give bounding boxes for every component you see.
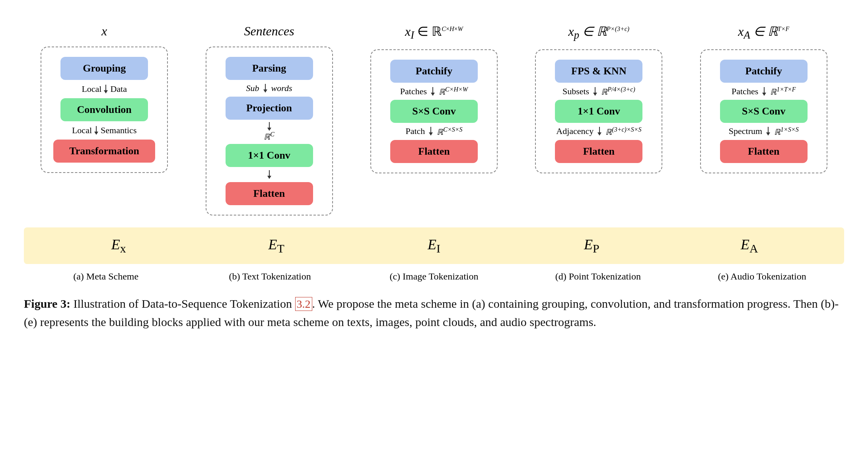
label-patch-image: Patch [405,126,425,136]
box-transformation: Transformation [53,140,155,163]
col-title-meta: x [101,24,107,39]
dashed-box-audio: Patchify Patches ℝ1×T×F S×S Conv Spectru… [700,49,827,173]
box-patchify-audio: Patchify [720,60,808,83]
dashed-box-point: FPS & KNN Subsets ℝP/4×(3+c) 1×1 Conv Ad… [535,49,662,173]
box-flatten-audio: Flatten [720,140,808,163]
banner-ep: EP [528,236,655,255]
ref-link[interactable]: 3.2 [295,297,312,311]
dashed-box-meta: Grouping Local Data Convolution Local [41,47,168,173]
dashed-box-image: Patchify Patches ℝC×H×W S×S Conv Patch [370,49,498,173]
yellow-banner: Ex ET EI EP EA [24,227,844,264]
column-meta: x Grouping Local Data Convolution [33,24,176,173]
label-patches-audio: Patches [732,86,758,97]
banner-et: ET [213,236,340,255]
label-words: words [271,83,292,93]
col-title-point: xp ∈ ℝP×(3+c) [568,24,630,41]
box-grouping: Grouping [60,57,148,80]
caption-audio: (e) Audio Tokenization [706,271,818,282]
figure-description: Figure 3: Illustration of Data-to-Sequen… [24,295,843,332]
dashed-box-text: Parsing Sub words Projection ℝC [206,47,333,215]
box-1x1conv-text: 1×1 Conv [226,144,313,167]
label-semantics: Semantics [101,125,136,136]
math-1ss: ℝ1×S×S [774,126,799,137]
box-projection: Projection [226,97,313,120]
label-local1: Local [82,84,101,94]
box-sxsconv-image: S×S Conv [390,100,478,123]
box-convolution: Convolution [60,98,148,121]
box-sxsconv-audio: S×S Conv [720,100,808,123]
caption-meta: (a) Meta Scheme [50,271,162,282]
math-adj: ℝ(3+c)×S×S [605,126,641,137]
math-p4: ℝP/4×(3+c) [601,86,635,97]
math-1tf: ℝ1×T×F [770,86,796,97]
caption-point: (d) Point Tokenization [542,271,654,282]
box-flatten-text: Flatten [226,182,313,205]
math-rc: ℝC [264,131,274,142]
label-adjacency: Adjacency [556,126,594,136]
box-patchify-image: Patchify [390,60,478,83]
column-point: xp ∈ ℝP×(3+c) FPS & KNN Subsets ℝP/4×(3+… [527,24,670,173]
box-1x1conv-point: 1×1 Conv [555,100,642,123]
box-flatten-image: Flatten [390,140,478,163]
label-data: Data [110,84,127,94]
column-audio: xA ∈ ℝT×F Patchify Patches ℝ1×T×F S×S Co… [692,24,835,173]
box-fps-knn: FPS & KNN [555,60,642,83]
banner-ea: EA [686,236,813,255]
column-image: xI ∈ ℝC×H×W Patchify Patches ℝC×H×W S×S … [362,24,506,173]
columns-row: x Grouping Local Data Convolution [24,16,844,223]
col-title-text: Sentences [244,24,294,39]
col-title-audio: xA ∈ ℝT×F [738,24,789,41]
banner-ex: Ex [55,236,182,255]
diagram-area: x Grouping Local Data Convolution [24,16,844,332]
col-title-image: xI ∈ ℝC×H×W [405,24,463,41]
caption-image: (c) Image Tokenization [378,271,490,282]
label-local2: Local [72,125,92,136]
banner-ei: EI [370,236,498,255]
box-flatten-point: Flatten [555,140,642,163]
math-chw: ℝC×H×W [439,86,468,97]
box-parsing: Parsing [226,57,313,80]
math-css: ℝC×S×S [437,126,462,137]
column-text: Sentences Parsing Sub words Projection [198,24,341,215]
label-sub: Sub [246,83,259,93]
label-patches-image: Patches [400,86,427,97]
label-spectrum: Spectrum [729,126,762,136]
caption-text: (b) Text Tokenization [214,271,326,282]
caption-row: (a) Meta Scheme (b) Text Tokenization (c… [24,268,844,289]
label-subsets: Subsets [562,86,589,97]
